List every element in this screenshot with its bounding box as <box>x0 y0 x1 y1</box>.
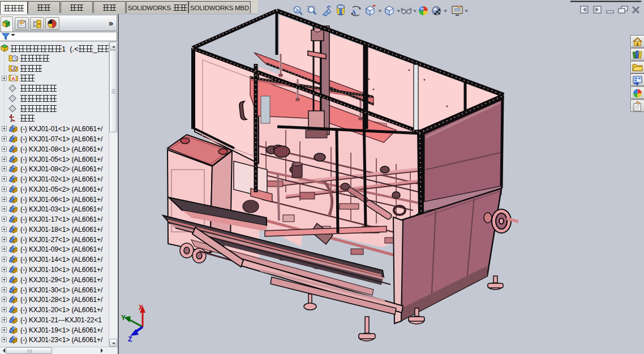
svg-text:X: X <box>139 304 143 312</box>
svg-text:Z: Z <box>128 335 132 344</box>
svg-text:Y: Y <box>121 314 126 322</box>
